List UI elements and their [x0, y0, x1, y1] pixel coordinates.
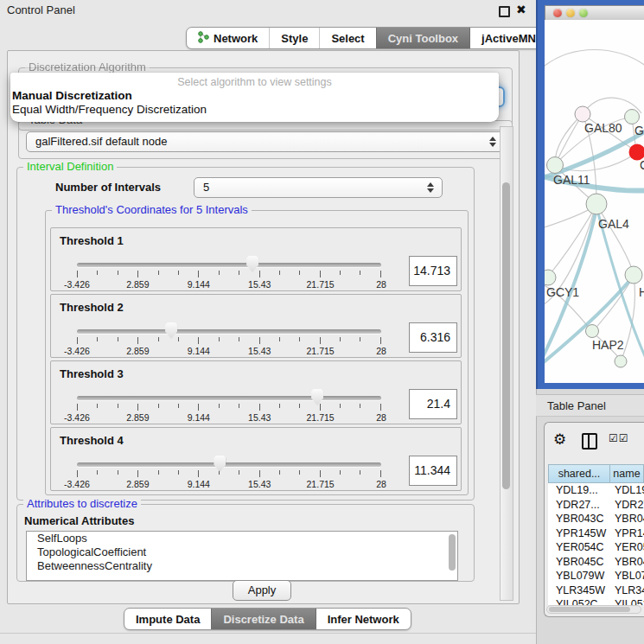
cell-shared-name[interactable]: YPR145W	[548, 527, 610, 539]
numerical-attributes-list[interactable]: SelfLoopsTopologicalCoefficientBetweenne…	[26, 531, 458, 581]
network-node[interactable]	[625, 266, 642, 284]
network-node[interactable]	[575, 106, 590, 122]
cell-name[interactable]: YLR345W	[610, 584, 644, 596]
panel-vertical-scrollbar[interactable]	[500, 126, 513, 601]
slider-track[interactable]	[77, 462, 381, 467]
threshold-value-field[interactable]: 14.713	[409, 256, 457, 286]
tab-impute-data[interactable]: Impute Data	[124, 609, 211, 629]
network-node[interactable]	[625, 110, 640, 124]
popup-item-equal-width-frequency-discretization[interactable]: Equal Width/Frequency Discretization	[10, 102, 499, 116]
cell-shared-name[interactable]: YBR045C	[548, 556, 610, 568]
tab-discretize-data[interactable]: Discretize Data	[211, 609, 315, 629]
close-window-icon[interactable]	[553, 9, 562, 17]
scale-label: -3.426	[64, 346, 90, 356]
threshold-value-field[interactable]: 11.344	[409, 456, 457, 486]
close-panel-icon[interactable]: ✖	[516, 3, 526, 16]
select-columns-icon[interactable]: ☑☑	[609, 432, 629, 444]
scrollbar-thumb[interactable]	[549, 607, 630, 612]
minimize-window-icon[interactable]	[566, 9, 575, 17]
popup-item-manual-discretization[interactable]: Manual Discretization	[10, 88, 499, 102]
network-icon	[198, 31, 209, 46]
slider-scale-labels: -3.4262.8599.14415.4321.71528	[77, 279, 381, 290]
scale-label: 15.43	[248, 279, 271, 290]
table-data-combobox[interactable]: galFiltered.sif default node	[26, 131, 505, 152]
number-of-intervals-combobox[interactable]: 5	[194, 177, 443, 198]
network-edge[interactable]	[545, 50, 644, 71]
table-data-group: Table Data galFiltered.sif default node	[18, 120, 513, 159]
cell-name[interactable]: YBL079W	[610, 570, 644, 582]
attribute-item[interactable]: TopologicalCoefficient	[27, 545, 457, 559]
tab-infer-network[interactable]: Infer Network	[316, 609, 411, 629]
scale-label: 21.715	[307, 346, 335, 356]
cell-name[interactable]: YPR145W	[610, 527, 644, 539]
table-row[interactable]: YBR045CYBR045C	[548, 555, 644, 570]
gear-icon[interactable]: ⚙	[553, 430, 566, 448]
zoom-window-icon[interactable]	[579, 9, 588, 17]
threshold-slider[interactable]: -3.4262.8599.14415.4321.71528	[77, 384, 381, 424]
network-node[interactable]	[545, 270, 556, 285]
network-node[interactable]	[586, 194, 607, 214]
cell-name[interactable]: YER054C	[610, 541, 644, 553]
scale-label: 28	[376, 346, 386, 356]
cell-shared-name[interactable]: YLR345W	[548, 584, 610, 596]
table-horizontal-scrollbar[interactable]	[546, 605, 641, 614]
attribute-item[interactable]: BetweennessCentrality	[27, 559, 457, 573]
float-panel-icon[interactable]	[499, 6, 510, 17]
network-edge[interactable]	[596, 205, 634, 274]
cell-shared-name[interactable]: YIL052C	[548, 598, 610, 605]
scale-label: 2.859	[126, 479, 149, 489]
threshold-slider[interactable]: -3.4262.8599.14415.4321.71528	[77, 317, 381, 357]
table-row[interactable]: YBL079WYBL079W	[548, 569, 644, 583]
threshold-label: Threshold 3	[60, 367, 124, 380]
table-row[interactable]: YBR043CYBR043C	[548, 512, 644, 526]
scrollbar-thumb[interactable]	[502, 182, 510, 489]
table-row[interactable]: YDL19...YDL19...	[548, 483, 644, 498]
slider-track[interactable]	[77, 329, 381, 334]
column-header-name[interactable]: name	[610, 464, 644, 483]
cell-shared-name[interactable]: YDR27...	[548, 499, 610, 511]
threshold-slider[interactable]: -3.4262.8599.14415.4321.71528	[77, 251, 381, 290]
network-view-window[interactable]: GAL80GCGAL11GAL4GCY1HHAP2	[536, 0, 644, 389]
table-body[interactable]: YDL19...YDL19...YDR27...YDR27...YBR043CY…	[548, 483, 644, 605]
tab-select[interactable]: Select	[319, 28, 375, 48]
tab-cyni-toolbox[interactable]: Cyni Toolbox	[376, 28, 469, 48]
cell-name[interactable]: YIL052C	[610, 598, 644, 605]
cell-name[interactable]: YBR045C	[610, 556, 644, 568]
network-node[interactable]	[547, 157, 564, 174]
column-header-shared-name[interactable]: shared...	[548, 464, 610, 483]
network-edge[interactable]	[555, 114, 583, 165]
scale-label: 2.859	[126, 412, 149, 423]
threshold-value-field[interactable]: 6.316	[409, 322, 457, 353]
slider-track[interactable]	[77, 263, 381, 267]
network-canvas[interactable]: GAL80GCGAL11GAL4GCY1HHAP2	[545, 20, 644, 383]
cell-shared-name[interactable]: YDL19...	[548, 484, 610, 496]
popup-header: Select algorithm to view settings	[10, 73, 499, 88]
threshold-row-4: Threshold 4-3.4262.8599.14415.4321.71528…	[50, 427, 462, 491]
cell-name[interactable]: YDR27...	[610, 499, 644, 511]
tab-network[interactable]: Network	[187, 28, 269, 48]
scale-label: 28	[376, 412, 386, 423]
cell-shared-name[interactable]: YBL079W	[548, 570, 610, 582]
cell-name[interactable]: YDL19...	[610, 484, 644, 496]
cell-shared-name[interactable]: YBR043C	[548, 513, 610, 525]
table-row[interactable]: YLR345WYLR345W	[548, 583, 644, 598]
tab-style[interactable]: Style	[269, 28, 319, 48]
attribute-item[interactable]: SelfLoops	[27, 532, 457, 545]
apply-button[interactable]: Apply	[233, 580, 291, 601]
threshold-slider[interactable]: -3.4262.8599.14415.4321.71528	[77, 450, 381, 490]
network-node[interactable]	[586, 325, 599, 338]
node-label: GAL11	[553, 173, 590, 187]
split-view-icon[interactable]	[582, 433, 597, 450]
table-row[interactable]: YPR145WYPR145W	[548, 526, 644, 541]
table-row[interactable]: YDR27...YDR27...	[548, 498, 644, 513]
cell-name[interactable]: YBR043C	[610, 513, 644, 525]
numerical-attributes-label: Numerical Attributes	[24, 514, 134, 527]
cell-shared-name[interactable]: YER054C	[548, 541, 610, 553]
threshold-value-field[interactable]: 21.4	[409, 389, 457, 419]
table-row[interactable]: YIL052CYIL052C	[548, 597, 644, 605]
network-node[interactable]	[615, 355, 627, 367]
table-row[interactable]: YER054CYER054C	[548, 540, 644, 555]
slider-track[interactable]	[77, 396, 381, 400]
list-scrollbar[interactable]	[449, 534, 456, 571]
table-header-row: shared... name	[548, 464, 644, 483]
